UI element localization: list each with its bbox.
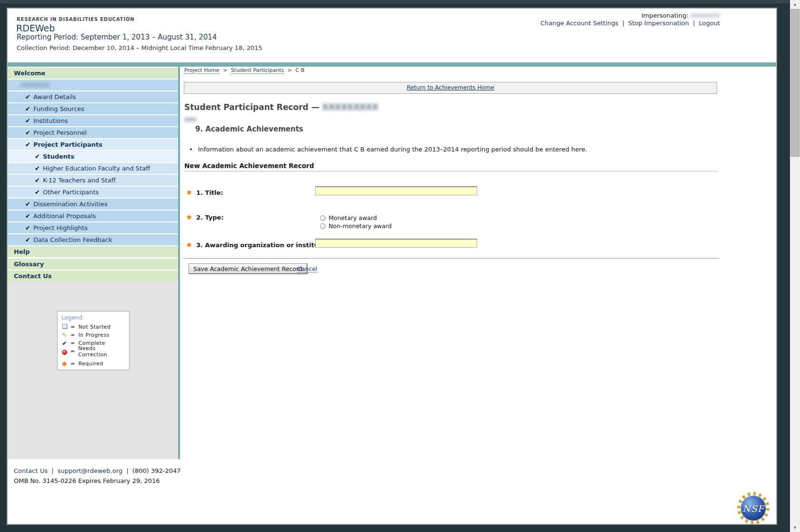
org-eyebrow: RESEARCH IN DISABILITIES EDUCATION <box>17 17 134 22</box>
logout-link[interactable]: Logout <box>699 20 720 27</box>
sidebar-item-label: Students <box>43 153 74 160</box>
sidebar-item-glossary[interactable]: Glossary <box>8 259 178 270</box>
sidebar-item-students[interactable]: ✔Students <box>8 151 178 162</box>
sidebar-item-label: K-12 Teachers and Staff <box>43 177 116 184</box>
participant-name-redacted: XXX <box>184 117 196 123</box>
required-icon: ✱ <box>187 189 192 196</box>
radio-button-icon[interactable] <box>320 223 326 229</box>
cancel-link[interactable]: Cancel <box>297 265 317 273</box>
footer-contact-line: Contact Us | support@rdeweb.org | (800) … <box>14 467 181 474</box>
app-title: RDEWeb <box>16 23 55 33</box>
sidebar-item-label: Funding Sources <box>33 105 84 112</box>
in-progress-icon: ✎ <box>61 331 68 339</box>
breadcrumb-current: C B <box>295 67 304 73</box>
check-icon: ✔ <box>25 129 30 136</box>
scroll-up-button[interactable]: ▲ <box>790 0 800 9</box>
sidebar-item-label: Project Participants <box>33 141 102 148</box>
sidebar-item-project-personnel[interactable]: ✔Project Personnel <box>8 127 178 138</box>
breadcrumb-separator: > <box>221 67 229 73</box>
field-type-label: ✱ 2. Type: <box>187 212 224 221</box>
sidebar-item-welcome[interactable]: Welcome <box>8 68 178 79</box>
sidebar-item-label: Project Personnel <box>33 129 87 136</box>
sidebar-item-label: Project Highlights <box>33 224 88 231</box>
sidebar-item-label: Other Participants <box>43 189 99 196</box>
footer-contact-us-link[interactable]: Contact Us <box>14 467 48 474</box>
equals-sign: = <box>70 348 75 354</box>
link-separator: | <box>620 20 626 27</box>
field-label-text: 3. Awarding organization or institution: <box>196 241 335 249</box>
breadcrumb-student-participants-link[interactable]: Student Participants <box>231 67 284 74</box>
form-heading: New Academic Achievement Record <box>184 162 314 170</box>
sidebar-item-label: Data Collection Feedback <box>33 236 112 243</box>
legend-label: Not Started <box>79 324 111 330</box>
legend-item-not-started: = Not Started <box>61 323 125 331</box>
legend-label: Needs Correction <box>78 345 125 358</box>
return-to-achievements-home-link[interactable]: Return to Achievements Home <box>407 84 494 91</box>
save-academic-achievement-button[interactable]: Save Academic Achievement Record <box>189 263 307 274</box>
required-icon: ✱ <box>187 241 192 249</box>
sidebar-item-k12-teachers-staff[interactable]: ✔K-12 Teachers and Staff <box>8 175 178 186</box>
equals-sign: = <box>70 324 75 330</box>
equals-sign: = <box>70 332 75 338</box>
sidebar-item-award-number-redacted[interactable]: XXXXXXX <box>8 80 178 90</box>
change-account-settings-link[interactable]: Change Account Settings <box>540 20 619 27</box>
sidebar-item-additional-proposals[interactable]: ✔Additional Proposals <box>8 211 178 221</box>
sidebar-item-other-participants[interactable]: ✔Other Participants <box>8 187 178 198</box>
page-title: Student Participant Record — XXXXXXXXX <box>184 102 379 112</box>
check-icon: ✔ <box>25 212 30 220</box>
required-icon: ✱ <box>61 360 68 368</box>
required-icon: ✱ <box>187 214 192 221</box>
check-icon: ✔ <box>35 153 40 160</box>
breadcrumb: Project Home > Student Participants > C … <box>184 67 304 73</box>
sidebar-item-contact-us[interactable]: Contact Us <box>8 271 178 281</box>
sidebar-item-project-highlights[interactable]: ✔Project Highlights <box>8 222 178 233</box>
sidebar-item-label: Contact Us <box>14 272 51 280</box>
sidebar-item-award-details[interactable]: ✔Award Details <box>8 91 178 102</box>
breadcrumb-separator: > <box>286 67 294 73</box>
legend-title: Legend <box>61 314 125 321</box>
page-title-text: Student Participant Record — <box>184 102 320 112</box>
sidebar-item-dissemination-activities[interactable]: ✔Dissemination Activities <box>8 199 178 210</box>
sidebar-item-label: XXXXXXX <box>20 81 50 89</box>
field-awarding-org-label: ✱ 3. Awarding organization or institutio… <box>187 240 335 249</box>
scrollbar-track[interactable]: ▲ ▼ <box>790 0 800 532</box>
check-icon: ✔ <box>35 177 40 184</box>
sidebar-item-institutions[interactable]: ✔Institutions <box>8 115 178 126</box>
sidebar-item-label: Glossary <box>14 261 44 268</box>
scrollbar-thumb[interactable] <box>790 9 800 157</box>
field-label-text: 1. Title: <box>196 189 223 196</box>
legend-label: In Progress <box>79 332 110 338</box>
awarding-organization-input[interactable] <box>315 239 477 248</box>
sidebar-item-data-collection-feedback[interactable]: ✔Data Collection Feedback <box>8 234 178 245</box>
check-icon: ✔ <box>25 93 30 100</box>
needs-correction-icon: ✕ <box>62 350 67 355</box>
info-bullet-text: Information about an academic achievemen… <box>198 146 587 153</box>
footer-separator: | <box>124 467 130 474</box>
bullet-marker: • <box>189 146 193 153</box>
radio-option-label: Monetary award <box>329 214 377 221</box>
account-links: Change Account Settings | Stop Impersona… <box>540 20 720 27</box>
stop-impersonation-link[interactable]: Stop Impersonation <box>628 20 689 27</box>
sidebar-item-higher-ed-faculty-staff[interactable]: ✔Higher Education Faculty and Staff <box>8 163 178 174</box>
check-icon: ✔ <box>35 165 40 172</box>
not-started-icon <box>62 324 67 329</box>
scroll-down-button[interactable]: ▼ <box>790 523 800 532</box>
sidebar-item-funding-sources[interactable]: ✔Funding Sources <box>8 103 178 114</box>
radio-option-non-monetary[interactable]: Non-monetary award <box>320 221 391 230</box>
title-input[interactable] <box>315 186 477 195</box>
footer-support-email-link[interactable]: support@rdeweb.org <box>58 467 123 474</box>
sidebar-item-label: Dissemination Activities <box>33 201 108 208</box>
sidebar-nav: Welcome XXXXXXX ✔Award Details ✔Funding … <box>8 68 178 282</box>
sidebar-item-project-participants[interactable]: ✔Project Participants <box>8 139 178 150</box>
radio-option-label: Non-monetary award <box>329 222 391 230</box>
legend-item-required: ✱ = Required <box>61 360 125 368</box>
sidebar-item-help[interactable]: Help <box>8 246 178 257</box>
info-bullet: • Information about an academic achievem… <box>189 146 587 153</box>
breadcrumb-project-home-link[interactable]: Project Home <box>184 67 220 74</box>
check-icon: ✔ <box>25 201 30 208</box>
radio-button-icon[interactable] <box>320 215 326 221</box>
teal-divider-horizontal <box>8 62 776 67</box>
sidebar-item-label: Additional Proposals <box>33 212 96 220</box>
check-icon: ✔ <box>25 236 30 243</box>
sidebar-item-label: Higher Education Faculty and Staff <box>43 165 150 172</box>
